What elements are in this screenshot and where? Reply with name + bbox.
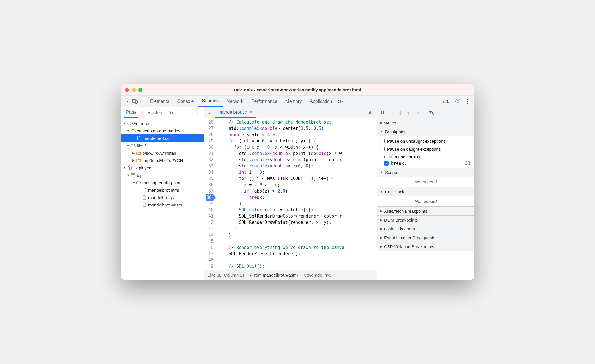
code-line[interactable]: for (int x = 0; x < width; x++) { [218, 144, 377, 150]
code-line[interactable]: std::complex<double> c = (point - center [218, 157, 377, 163]
nav-kebab-icon[interactable]: ⋮ [194, 110, 200, 116]
step-out-button[interactable] [406, 110, 410, 115]
line-number[interactable]: 42 [206, 219, 213, 226]
line-number[interactable]: 43 [206, 226, 213, 232]
deactivate-breakpoints-button[interactable] [428, 111, 434, 115]
line-number[interactable]: 28 [206, 132, 213, 138]
section-scope-header[interactable]: ▼Scope [377, 168, 474, 177]
tree-folder-tmp[interactable]: ▶tmp/tmp.ELcTq2YGN [121, 157, 204, 164]
tabs-overflow-button[interactable]: ≫ [336, 98, 345, 105]
section-xhr-header[interactable]: ▶XHR/fetch Breakpoints [377, 207, 474, 215]
tab-application[interactable]: Application [306, 96, 336, 107]
line-number[interactable]: 33 [206, 163, 213, 169]
code-line[interactable]: // Calculate and draw the Mandelbrot set… [218, 119, 377, 125]
line-number[interactable]: 34 [206, 169, 213, 175]
code-line[interactable]: // SDL_Quit(); [218, 263, 377, 269]
tree-file-mandelbrot-cc[interactable]: mandelbrot.cc [121, 134, 204, 142]
code-line[interactable]: double scale = 4.0; [218, 132, 377, 138]
code-line[interactable]: break; [218, 194, 377, 201]
editor-tab-mandelbrot-cc[interactable]: mandelbrot.cc ✕ [215, 107, 256, 118]
tab-console[interactable]: Console [173, 96, 198, 107]
section-global-header[interactable]: ▶Global Listeners [377, 224, 474, 233]
line-number[interactable]: 27 [206, 125, 213, 132]
maximize-window-button[interactable] [138, 88, 142, 92]
tree-group-authored[interactable]: ▼< >Authored [121, 120, 204, 127]
tree-frame-top[interactable]: ▼top [121, 171, 204, 179]
line-number[interactable]: 45 [206, 238, 213, 244]
section-event-header[interactable]: ▶Event Listener Breakpoints [377, 233, 474, 242]
code-line[interactable]: } [218, 226, 377, 232]
line-number[interactable]: 40 [206, 207, 213, 213]
close-window-button[interactable] [125, 88, 129, 92]
tree-group-deployed[interactable]: ▼Deployed [121, 164, 204, 171]
line-number[interactable]: 44 [206, 232, 213, 238]
code-line[interactable] [218, 257, 377, 263]
section-dom-header[interactable]: ▶DOM Breakpoints [377, 216, 474, 224]
line-number[interactable]: 36 [206, 182, 213, 188]
section-breakpoints-header[interactable]: ▼Breakpoints [377, 127, 474, 136]
section-watch-header[interactable]: ▶Watch [377, 118, 474, 127]
pause-button[interactable] [380, 111, 385, 115]
line-number[interactable]: 29 [206, 138, 213, 144]
line-number[interactable]: 46 [206, 244, 213, 251]
code-line[interactable]: SDL_RenderPresent(renderer); [218, 251, 377, 257]
breakpoint-entry[interactable]: ✓break;38 [380, 160, 471, 167]
line-number[interactable]: 30 [206, 144, 213, 150]
source-link[interactable]: mandelbrot.wasm [263, 273, 296, 277]
tree-domain-authored[interactable]: ▼emscripten-dbg-stories [121, 127, 204, 134]
settings-icon[interactable] [455, 98, 461, 105]
code-line[interactable]: // Render everything we've drawn to the … [218, 244, 377, 251]
code-line[interactable]: std::complex<double> point((double)x / w [218, 150, 377, 157]
inspect-icon[interactable] [124, 98, 131, 105]
line-number[interactable]: 47 [206, 251, 213, 257]
tree-file-wasm[interactable]: mandelbrot.wasm [121, 201, 204, 208]
tab-performance[interactable]: Performance [247, 96, 282, 107]
collapse-nav-button[interactable] [206, 109, 213, 116]
code-line[interactable]: std::complex<double> z(0, 0); [218, 163, 377, 169]
tab-sources[interactable]: Sources [198, 96, 223, 107]
checkbox-checked[interactable]: ✓ [384, 161, 389, 166]
code-line[interactable]: if (abs(z) > 2.0) [218, 188, 377, 194]
collapse-debugger-button[interactable] [366, 109, 373, 116]
line-number[interactable]: 41 [206, 213, 213, 219]
checkbox-unchecked[interactable] [380, 139, 385, 143]
kebab-menu-icon[interactable]: ⋮ [464, 98, 471, 105]
tab-memory[interactable]: Memory [281, 96, 306, 107]
section-csp-header[interactable]: ▶CSP Violation Breakpoints [377, 242, 474, 251]
tree-file-html[interactable]: mandelbrot.html [121, 186, 204, 194]
code-editor[interactable]: 2627282930313233343536373839404142434445… [204, 118, 377, 270]
code-line[interactable]: std::complex<double> center(0.5, 0.5); [218, 125, 377, 132]
step-over-button[interactable] [389, 111, 394, 115]
section-callstack-header[interactable]: ▼Call Stack [377, 187, 474, 196]
tab-filesystem[interactable]: Filesystem [140, 107, 165, 118]
tab-network[interactable]: Network [223, 96, 247, 107]
tree-domain-deployed[interactable]: ▼emscripten-dbg-stor [121, 179, 204, 186]
checkbox-unchecked[interactable] [380, 147, 385, 151]
tree-folder-install[interactable]: ▶b/s/w/ir/x/w/install [121, 149, 204, 157]
code-line[interactable]: SDL_SetRenderDrawColor(renderer, color.r [218, 213, 377, 219]
line-number[interactable]: 35 [206, 175, 213, 182]
tab-page[interactable]: Page [124, 107, 138, 118]
step-into-button[interactable] [398, 110, 402, 115]
code-line[interactable]: int i = 0; [218, 169, 377, 175]
code-line[interactable]: } [218, 232, 377, 238]
tree-file-scheme[interactable]: ▼file:// [121, 142, 204, 149]
pause-uncaught-row[interactable]: Pause on uncaught exceptions [380, 137, 471, 145]
device-toggle-icon[interactable] [132, 98, 138, 105]
code-line[interactable]: SDL_RenderDrawPoint(renderer, x, y); [218, 219, 377, 226]
line-number[interactable]: 49 [206, 263, 213, 269]
step-button[interactable] [414, 111, 420, 115]
line-number[interactable]: 26 [206, 119, 213, 125]
nav-tabs-overflow[interactable]: ≫ [167, 110, 176, 116]
code-line[interactable]: SDL_Color color = palette[i]; [218, 207, 377, 213]
line-number[interactable]: 37 [206, 188, 213, 194]
close-tab-icon[interactable]: ✕ [249, 110, 253, 114]
line-number[interactable]: 32 [206, 157, 213, 163]
code-line[interactable]: for (; i < MAX_ITER_COUNT - 1; i++) { [218, 175, 377, 182]
line-number[interactable]: 48 [206, 257, 213, 263]
line-number[interactable]: 38 [206, 194, 216, 201]
tree-file-js[interactable]: mandelbrot.js [121, 194, 204, 201]
tab-elements[interactable]: Elements [146, 96, 173, 107]
minimize-window-button[interactable] [132, 88, 136, 92]
line-number[interactable]: 39 [206, 201, 213, 207]
